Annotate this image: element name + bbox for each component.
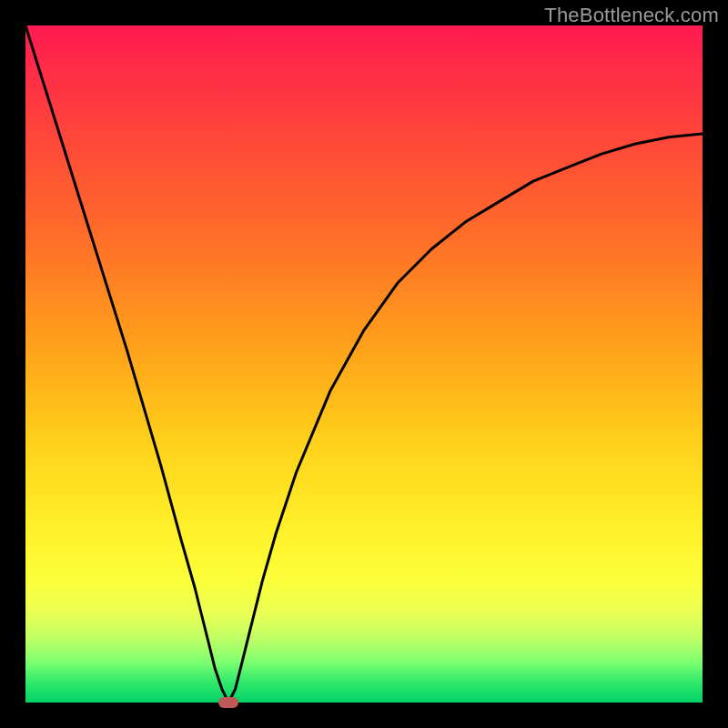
watermark-text: TheBottleneck.com [544, 4, 719, 27]
chart-frame: TheBottleneck.com [0, 0, 728, 728]
plot-area [25, 25, 703, 703]
curve-svg [25, 25, 703, 703]
bottleneck-curve-path [25, 25, 703, 703]
minimum-marker [218, 697, 238, 708]
